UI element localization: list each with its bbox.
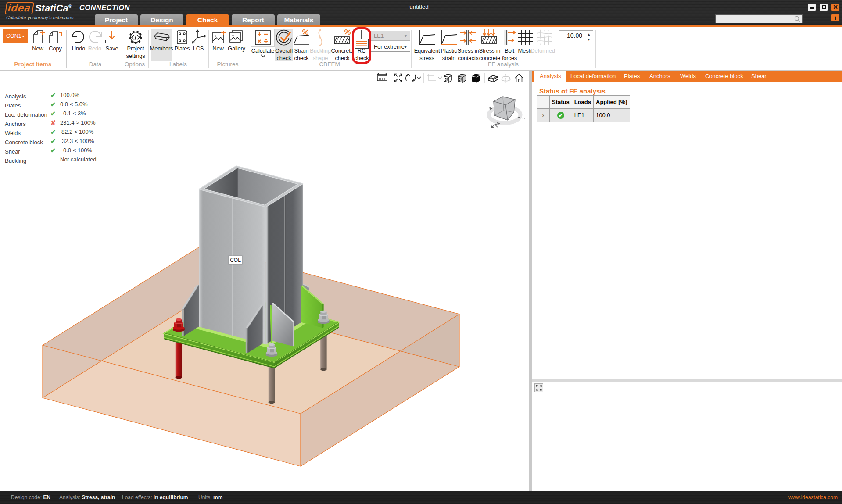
svg-text:COL: COL: [230, 257, 241, 263]
